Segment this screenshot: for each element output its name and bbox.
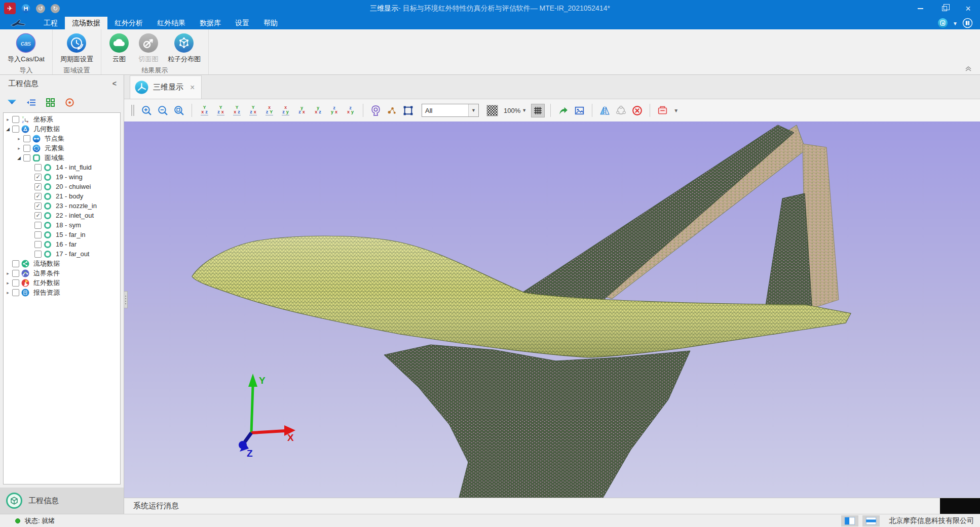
tree-item[interactable]: ✓23 - nozzle_in [4, 201, 120, 211]
combo-caret-icon[interactable]: ▼ [468, 104, 478, 116]
tree-item-checkbox[interactable] [23, 135, 30, 142]
collapse-arrow-icon[interactable]: ◢ [5, 127, 11, 132]
zoom-level-dropdown[interactable]: 100%▼ [502, 107, 529, 114]
panel-collapse-button[interactable]: < [112, 79, 117, 88]
tree-item[interactable]: 17 - far_out [4, 249, 120, 259]
export-arrow-icon[interactable] [556, 104, 570, 117]
select-box-icon[interactable] [401, 104, 415, 117]
tree-item[interactable]: ✓21 - body [4, 191, 120, 201]
expand-arrow-icon[interactable]: ▸ [5, 117, 11, 122]
view-back-icon[interactable]: Yzx [214, 104, 228, 117]
tree-item-checkbox[interactable] [23, 145, 30, 152]
tree-item-checkbox[interactable] [12, 116, 19, 123]
snapshot-icon[interactable] [573, 104, 586, 117]
particles-icon[interactable] [385, 104, 399, 117]
zoom-out-icon[interactable] [156, 104, 170, 117]
tree-item[interactable]: ✓19 - wing [4, 172, 120, 182]
tree-item[interactable]: ▸红外数据 [4, 278, 120, 288]
expand-arrow-icon[interactable]: ▸ [5, 280, 11, 286]
tree-item-checkbox[interactable]: ✓ [34, 183, 42, 190]
display-filter-combo[interactable]: All▼ [422, 104, 479, 117]
camera-icon[interactable] [369, 104, 383, 117]
expand-arrow-icon[interactable]: ▸ [5, 290, 11, 295]
tree-item[interactable]: 15 - far_in [4, 230, 120, 239]
menu-item-1[interactable]: 流场数据 [65, 17, 107, 29]
tree-item[interactable]: ✓22 - inlet_out [4, 211, 120, 220]
tree-item[interactable]: ✓20 - chuiwei [4, 182, 120, 191]
tree-item-checkbox[interactable]: ✓ [34, 212, 42, 219]
tree-item[interactable]: 16 - far [4, 239, 120, 249]
tab-3d-view[interactable]: 三维显示 × [130, 75, 202, 99]
tree-item-checkbox[interactable] [12, 279, 19, 287]
minimize-button[interactable] [909, 0, 932, 17]
print-options-caret[interactable]: ▼ [672, 108, 680, 113]
view-iso-3-icon[interactable]: zyx [327, 104, 341, 117]
tree-item-checkbox[interactable]: ✓ [34, 202, 42, 210]
grid-icon[interactable] [531, 104, 545, 117]
app-plane-icon[interactable]: ✈ [4, 3, 16, 14]
tree-item[interactable]: ▸节点集 [4, 134, 120, 143]
zoom-fit-icon[interactable] [172, 104, 186, 117]
tree-item[interactable]: ▸报告资源 [4, 288, 120, 297]
ribbon-button-导入Cas/Dat[interactable]: cas导入Cas/Dat [3, 32, 49, 65]
tree-item[interactable]: 流场数据 [4, 259, 120, 268]
ribbon-button-粒子分布图[interactable]: 粒子分布图 [163, 32, 205, 65]
view-iso-1-icon[interactable]: yzx [295, 104, 309, 117]
expand-arrow-icon[interactable]: ▸ [5, 271, 11, 276]
maximize-button[interactable] [932, 0, 956, 17]
tree-item-checkbox[interactable] [34, 231, 42, 238]
save-icon[interactable] [21, 4, 30, 13]
view-iso-2-icon[interactable]: yxz [311, 104, 325, 117]
tree-item-checkbox[interactable] [12, 260, 19, 267]
tree-item[interactable]: 14 - int_fluid [4, 163, 120, 172]
grid-blocks-icon[interactable] [45, 97, 56, 108]
tree-item[interactable]: 18 - sym [4, 220, 120, 230]
view-top-icon[interactable]: xzY [262, 104, 276, 117]
toolbar-drag-handle[interactable] [131, 105, 135, 116]
tree-item-checkbox[interactable]: ✓ [34, 174, 42, 181]
view-left-icon[interactable]: Yxz [230, 104, 244, 117]
expand-arrow-icon[interactable]: ▸ [16, 136, 22, 141]
help-book-icon[interactable] [962, 18, 973, 28]
zoom-in-icon[interactable] [140, 104, 154, 117]
tree-item-checkbox[interactable] [34, 251, 42, 258]
tree-item-checkbox[interactable] [34, 164, 42, 171]
menu-item-6[interactable]: 帮助 [256, 17, 285, 29]
group-circle-icon[interactable] [614, 104, 628, 117]
mirror-icon[interactable] [598, 104, 612, 117]
tab-close-icon[interactable]: × [190, 84, 195, 92]
filter-icon[interactable] [7, 97, 17, 108]
view-right-icon[interactable]: Yzx [246, 104, 260, 117]
redo-icon[interactable]: ↻ [51, 4, 60, 13]
tree-item-checkbox[interactable] [34, 241, 42, 248]
ribbon-button-云图[interactable]: 云图 [104, 32, 134, 65]
menu-item-0[interactable]: 工程 [36, 17, 65, 29]
layout-band-icon[interactable] [862, 515, 880, 526]
tree-item[interactable]: ▸元素集 [4, 143, 120, 153]
layout-split-icon[interactable] [841, 515, 858, 526]
target-icon[interactable] [64, 97, 75, 108]
tree-item-checkbox[interactable] [12, 289, 19, 296]
window-theme-icon[interactable] [937, 18, 948, 28]
expand-arrow-icon[interactable]: ▸ [16, 146, 22, 151]
tree-item[interactable]: ◢几何数据 [4, 124, 120, 134]
ribbon-button-周期面设置[interactable]: 周期面设置 [56, 32, 98, 65]
undo-icon[interactable]: ↺ [36, 4, 45, 13]
collapse-arrow-icon[interactable]: ◢ [16, 155, 22, 160]
viewport-3d[interactable]: Y X Z [124, 121, 980, 498]
tree-item-checkbox[interactable]: ✓ [34, 193, 42, 200]
close-button[interactable]: × [956, 0, 980, 17]
outline-list-icon[interactable] [26, 97, 36, 108]
menu-item-4[interactable]: 数据库 [193, 17, 228, 29]
tree-item[interactable]: ▸边界条件 [4, 268, 120, 278]
caret-down-icon[interactable]: ▼ [953, 19, 958, 27]
menu-item-5[interactable]: 设置 [228, 17, 256, 29]
menu-item-2[interactable]: 红外分析 [107, 17, 150, 29]
bottom-panel-tab[interactable]: 工程信息 [0, 488, 124, 514]
panel-splitter-grip[interactable] [124, 291, 128, 308]
tree-item-checkbox[interactable] [34, 222, 42, 229]
tree-item-checkbox[interactable] [23, 154, 30, 161]
print-box-icon[interactable] [656, 104, 669, 117]
ribbon-collapse-button[interactable] [965, 66, 972, 72]
tree-item[interactable]: ◢面域集 [4, 153, 120, 163]
